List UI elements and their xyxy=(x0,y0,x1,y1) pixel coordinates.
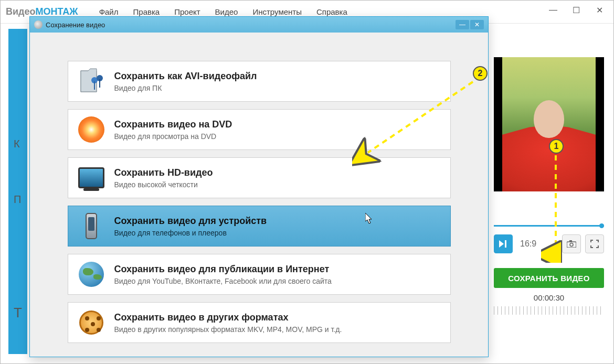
logo-part1: Видео xyxy=(6,6,36,17)
annotation-badge-2: 2 xyxy=(473,66,488,81)
preview-frame xyxy=(494,57,604,191)
option-avi-sub: Видео для ПК xyxy=(114,84,257,92)
video-preview[interactable] xyxy=(494,57,604,191)
option-other-formats[interactable]: Сохранить видео в других форматах Видео … xyxy=(68,302,451,343)
main-menu: Файл Правка Проект Видео Инструменты Спр… xyxy=(99,7,347,16)
preview-timeline[interactable] xyxy=(494,225,604,227)
dialog-icon xyxy=(34,20,43,29)
dialog-titlebar[interactable]: Сохранение видео — ✕ xyxy=(30,17,488,33)
option-hd-title: Сохранить HD-видео xyxy=(114,167,213,178)
main-window: ВидеоМОНТАЖ Файл Правка Проект Видео Инс… xyxy=(0,0,614,364)
option-devices[interactable]: Сохранить видео для устройств Видео для … xyxy=(68,206,451,247)
duration-label: 00:00:30 xyxy=(494,293,604,302)
option-avi-title: Сохранить как AVI-видеофайл xyxy=(114,71,257,82)
menu-edit[interactable]: Правка xyxy=(133,7,160,16)
minimize-button[interactable]: — xyxy=(542,3,564,17)
dialog-minimize-button[interactable]: — xyxy=(456,20,469,29)
preview-timeline-handle[interactable] xyxy=(599,223,604,228)
logo-part2: МОНТАЖ xyxy=(36,6,78,17)
save-video-dialog: Сохранение видео — ✕ Сохранить как AVI-в… xyxy=(29,16,489,357)
time-ruler xyxy=(494,306,604,315)
bg-letter-p: П xyxy=(14,194,21,206)
menu-file[interactable]: Файл xyxy=(99,7,119,16)
option-other-title: Сохранить видео в других форматах xyxy=(114,312,342,323)
option-internet-sub: Видео для YouTube, ВКонтакте, Facebook и… xyxy=(114,277,332,285)
dialog-window-controls: — ✕ xyxy=(456,20,484,29)
fullscreen-button[interactable] xyxy=(585,234,604,253)
preview-panel xyxy=(494,57,604,191)
dialog-close-button[interactable]: ✕ xyxy=(470,20,484,29)
hd-tv-icon xyxy=(77,163,106,192)
app-logo: ВидеоМОНТАЖ xyxy=(6,6,78,17)
play-next-button[interactable] xyxy=(494,234,513,253)
globe-icon xyxy=(77,260,106,289)
avi-file-icon xyxy=(77,67,106,96)
svg-rect-2 xyxy=(569,240,572,242)
menu-help[interactable]: Справка xyxy=(316,7,347,16)
phone-device-icon xyxy=(77,211,106,241)
svg-rect-5 xyxy=(99,79,100,88)
dialog-title: Сохранение видео xyxy=(46,21,105,29)
option-internet-title: Сохранить видео для публикации в Интерне… xyxy=(114,264,332,275)
fullscreen-icon xyxy=(590,240,599,248)
window-controls: — ☐ ✕ xyxy=(542,3,610,17)
option-hd[interactable]: Сохранить HD-видео Видео высокой четкост… xyxy=(68,157,451,198)
option-devices-title: Сохранить видео для устройств xyxy=(114,216,267,227)
menu-project[interactable]: Проект xyxy=(174,7,200,16)
option-devices-sub: Видео для телефонов и плееров xyxy=(114,229,267,237)
dialog-body: Сохранить как AVI-видеофайл Видео для ПК… xyxy=(30,33,488,343)
bg-letter-t: Т xyxy=(14,305,22,321)
camera-icon xyxy=(567,240,576,248)
maximize-button[interactable]: ☐ xyxy=(565,3,587,17)
option-internet[interactable]: Сохранить видео для публикации в Интерне… xyxy=(68,254,451,295)
option-avi[interactable]: Сохранить как AVI-видеофайл Видео для ПК xyxy=(68,61,451,102)
menu-video[interactable]: Видео xyxy=(215,7,238,16)
bg-letter-k: К xyxy=(14,138,20,150)
option-dvd-title: Сохранить видео на DVD xyxy=(114,119,232,130)
annotation-badge-1: 1 xyxy=(549,139,564,154)
aspect-ratio-label: 16:9 xyxy=(517,239,539,249)
close-button[interactable]: ✕ xyxy=(588,3,610,17)
option-dvd-sub: Видео для просмотра на DVD xyxy=(114,132,232,141)
svg-rect-4 xyxy=(94,81,95,90)
snapshot-button[interactable] xyxy=(562,234,581,253)
option-other-sub: Видео в других популярных форматах MKV, … xyxy=(114,325,342,334)
option-hd-sub: Видео высокой четкости xyxy=(114,180,213,189)
svg-rect-0 xyxy=(567,242,576,248)
dvd-disc-icon xyxy=(77,115,106,144)
save-video-button[interactable]: СОХРАНИТЬ ВИДЕО xyxy=(494,268,604,288)
film-reel-icon xyxy=(77,308,106,337)
menu-tools[interactable]: Инструменты xyxy=(252,7,302,16)
svg-point-1 xyxy=(570,243,573,247)
option-dvd[interactable]: Сохранить видео на DVD Видео для просмот… xyxy=(68,109,451,150)
